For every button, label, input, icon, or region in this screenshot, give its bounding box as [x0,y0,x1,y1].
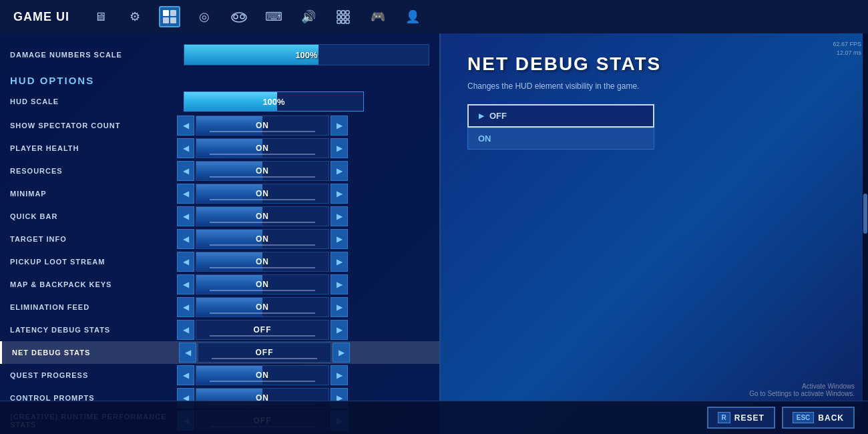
svg-rect-13 [337,20,341,23]
hud-scale-bar[interactable]: 100% [184,91,364,112]
setting-row[interactable]: QUICK BAR ◀ ON ▶ [0,205,439,228]
value-bar-line [210,244,315,246]
arrow-right-btn[interactable]: ▶ [331,252,348,272]
activate-title: Activate Windows [749,383,855,390]
setting-control: ◀ ON ▶ [177,138,348,158]
account-icon[interactable]: 👤 [402,6,423,27]
dropdown-option-on[interactable]: ON [467,128,654,150]
setting-row[interactable]: PLAYER HEALTH ◀ ON ▶ [0,137,439,160]
reset-button[interactable]: R RESET [707,407,775,429]
arrow-right-btn[interactable]: ▶ [331,229,348,249]
reset-key: R [718,412,730,423]
setting-label: MINIMAP [10,190,177,198]
damage-scale-label: DAMAGE NUMBERS SCALE [10,51,177,59]
damage-scale-bar: 100% [184,44,429,65]
value-bar-line [210,267,315,268]
arrow-right-btn[interactable]: ▶ [331,206,348,226]
setting-row[interactable]: MINIMAP ◀ ON ▶ [0,182,439,205]
arrow-left-btn[interactable]: ◀ [177,138,194,158]
arrow-right-btn[interactable]: ▶ [331,161,348,181]
value-text: ON [256,280,269,289]
setting-control: ◀ ON ▶ [177,206,348,226]
damage-scale-track[interactable]: 100% [184,44,429,65]
setting-control: ◀ ON ▶ [177,297,348,317]
back-button[interactable]: Esc BACK [782,407,855,429]
main-content: DAMAGE NUMBERS SCALE 100% HUD OPTIONS HU… [0,33,868,434]
arrow-left-btn[interactable]: ◀ [177,116,194,136]
setting-label: MAP & BACKPACK KEYS [10,280,177,288]
controller2-icon[interactable]: 🎮 [367,6,389,27]
value-text: ON [256,166,269,176]
arrow-right-btn[interactable]: ▶ [331,365,348,385]
monitor-icon[interactable]: 🖥 [89,6,111,27]
value-text: ON [256,234,269,244]
setting-row[interactable]: TARGET INFO ◀ ON ▶ [0,228,439,250]
joystick-icon[interactable]: ◎ [194,6,215,27]
settings-list: SHOW SPECTATOR COUNT ◀ ON ▶ PLAYER HEALT… [0,114,439,432]
setting-label: TARGET INFO [10,235,177,243]
page-title: GAME UI [13,10,69,24]
setting-row[interactable]: ELIMINATION FEED ◀ ON ▶ [0,296,439,318]
setting-row[interactable]: PICKUP LOOT STREAM ◀ ON ▶ [0,250,439,273]
reset-label: RESET [734,413,765,423]
setting-row[interactable]: SHOW SPECTATOR COUNT ◀ ON ▶ [0,114,439,137]
value-bar-line [210,154,315,155]
activate-subtitle: Go to Settings to activate Windows. [749,390,855,397]
svg-rect-3 [170,17,176,23]
detail-title: NET DEBUG STATS [467,53,841,75]
setting-row[interactable]: RESOURCES ◀ ON ▶ [0,160,439,182]
dropdown-on-text: ON [478,134,491,144]
svg-point-6 [240,15,244,19]
arrow-left-btn[interactable]: ◀ [177,206,194,226]
value-bar: ON [196,184,329,204]
nav-icon-group: 🖥 ⚙ ◎ ⌨ 🔊 [89,6,423,27]
value-bar: ON [196,365,329,385]
value-bar-line [212,358,317,359]
value-dropdown: ▶ OFF ON [467,104,654,150]
svg-rect-15 [346,20,349,23]
setting-row[interactable]: NET DEBUG STATS ◀ OFF ▶ [0,341,439,364]
arrow-left-btn[interactable]: ◀ [177,184,194,204]
arrow-right-btn[interactable]: ▶ [333,343,350,363]
arrow-right-btn[interactable]: ▶ [331,320,348,340]
setting-control: ◀ OFF ▶ [179,343,350,363]
arrow-right-btn[interactable]: ▶ [331,116,348,136]
arrow-left-btn[interactable]: ◀ [177,320,194,340]
settings-gear-icon[interactable]: ⚙ [124,6,146,27]
dropdown-selected-option[interactable]: ▶ OFF [467,104,654,128]
setting-label: QUICK BAR [10,212,177,220]
svg-rect-11 [342,15,345,19]
setting-row[interactable]: QUEST PROGRESS ◀ ON ▶ [0,364,439,387]
setting-row[interactable]: MAP & BACKPACK KEYS ◀ ON ▶ [0,273,439,296]
setting-control: ◀ ON ▶ [177,184,348,204]
game-ui-icon[interactable] [159,6,180,27]
audio-icon[interactable]: 🔊 [298,6,319,27]
bottom-bar: Activate Windows Go to Settings to activ… [0,401,868,434]
svg-rect-10 [337,15,341,19]
value-bar: ON [196,161,329,181]
arrow-right-btn[interactable]: ▶ [331,274,348,294]
dropdown-selected-text: OFF [489,111,507,121]
setting-row[interactable]: LATENCY DEBUG STATS ◀ OFF ▶ [0,318,439,341]
gamepad-icon[interactable] [228,6,250,27]
setting-label: PLAYER HEALTH [10,144,177,152]
arrow-left-btn[interactable]: ◀ [177,274,194,294]
svg-point-5 [234,15,238,19]
arrow-left-btn[interactable]: ◀ [179,343,196,363]
arrow-right-btn[interactable]: ▶ [331,184,348,204]
network-icon[interactable] [333,6,354,27]
arrow-right-btn[interactable]: ▶ [331,138,348,158]
arrow-left-btn[interactable]: ◀ [177,252,194,272]
value-text: ON [256,189,269,198]
value-bar: ON [196,229,329,249]
arrow-left-btn[interactable]: ◀ [177,297,194,317]
keyboard-icon[interactable]: ⌨ [263,6,284,27]
arrow-right-btn[interactable]: ▶ [331,297,348,317]
damage-scale-row: DAMAGE NUMBERS SCALE 100% [0,40,439,69]
arrow-left-btn[interactable]: ◀ [177,161,194,181]
arrow-left-btn[interactable]: ◀ [177,365,194,385]
arrow-left-btn[interactable]: ◀ [177,229,194,249]
svg-rect-14 [342,20,345,23]
setting-label: ELIMINATION FEED [10,303,177,311]
value-bar: ON [196,252,329,272]
